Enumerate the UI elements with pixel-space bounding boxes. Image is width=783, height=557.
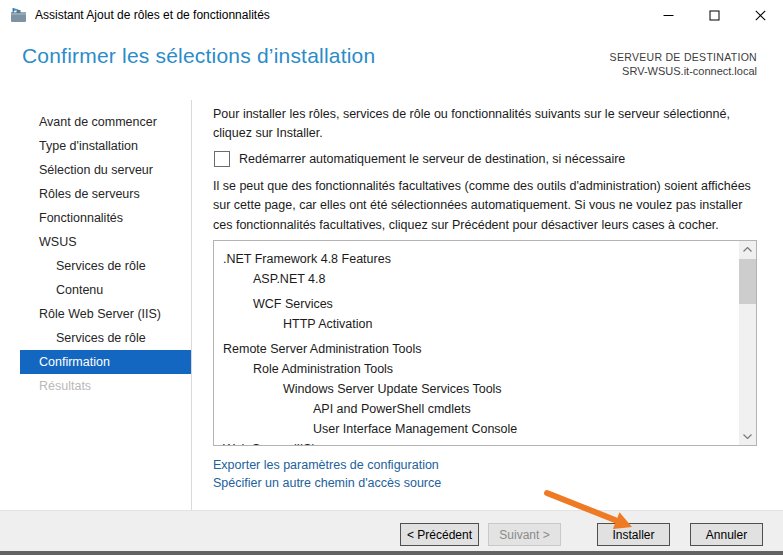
sidebar-item-r-sultats: Résultats bbox=[20, 374, 191, 398]
main-content: Pour installer les rôles, services de rô… bbox=[213, 100, 757, 510]
footer-bar: < PrécédentSuivant >InstallerAnnuler bbox=[0, 510, 783, 553]
sidebar-item-s-lection-du-serveur[interactable]: Sélection du serveur bbox=[20, 158, 191, 182]
feature-item-api-and-powershell-cmdlets: API and PowerShell cmdlets bbox=[214, 399, 739, 419]
scroll-down-button[interactable] bbox=[739, 428, 756, 445]
feature-item-user-interface-management-console: User Interface Management Console bbox=[214, 419, 739, 439]
pr-c-dent-button[interactable]: < Précédent bbox=[400, 523, 479, 546]
sidebar-nav: Avant de commencerType d'installationSél… bbox=[0, 100, 192, 510]
chevron-down-icon bbox=[743, 434, 752, 439]
feature-item-http-activation: HTTP Activation bbox=[214, 314, 739, 334]
wizard-window: Assistant Ajout de rôles et de fonctionn… bbox=[0, 0, 783, 557]
minimize-icon bbox=[663, 10, 674, 21]
listbox-scrollbar[interactable] bbox=[739, 241, 756, 445]
sidebar-item-avant-de-commencer[interactable]: Avant de commencer bbox=[20, 110, 191, 134]
link-sp-cifier-un-autre-chemin-d-acc-s-source[interactable]: Spécifier un autre chemin d'accès source bbox=[213, 474, 441, 492]
feature-item-web-server-iis: Web Server (IIS) bbox=[214, 439, 739, 445]
sidebar-item-fonctionnalit-s[interactable]: Fonctionnalités bbox=[20, 206, 191, 230]
server-manager-icon bbox=[10, 8, 27, 23]
link-exporter-les-param-tres-de-configuration[interactable]: Exporter les paramètres de configuration bbox=[213, 456, 441, 474]
close-icon bbox=[755, 10, 766, 21]
selected-features-listbox[interactable]: .NET Framework 4.8 FeaturesASP.NET 4.8WC… bbox=[213, 240, 757, 446]
sidebar-item-type-d-installation[interactable]: Type d'installation bbox=[20, 134, 191, 158]
sidebar-item-services-de-r-le[interactable]: Services de rôle bbox=[20, 326, 191, 350]
window-title: Assistant Ajout de rôles et de fonctionn… bbox=[35, 8, 270, 22]
sidebar-item-services-de-r-le[interactable]: Services de rôle bbox=[20, 254, 191, 278]
restart-checkbox-row: Redémarrer automatiquement le serveur de… bbox=[214, 151, 625, 167]
destination-server-label: SERVEUR DE DESTINATION bbox=[610, 50, 757, 64]
window-titlebar[interactable]: Assistant Ajout de rôles et de fonctionn… bbox=[0, 0, 783, 30]
chevron-up-icon bbox=[743, 247, 752, 252]
sidebar-item-wsus[interactable]: WSUS bbox=[20, 230, 191, 254]
maximize-icon bbox=[709, 10, 720, 21]
feature-item-remote-server-administration-tools: Remote Server Administration Tools bbox=[214, 339, 739, 359]
suivant-button: Suivant > bbox=[488, 523, 561, 546]
sidebar-item-r-les-de-serveurs[interactable]: Rôles de serveurs bbox=[20, 182, 191, 206]
sidebar-item-r-le-web-server-iis[interactable]: Rôle Web Server (IIS) bbox=[20, 302, 191, 326]
features-list: .NET Framework 4.8 FeaturesASP.NET 4.8WC… bbox=[214, 241, 739, 445]
footer-buttons: < PrécédentSuivant >InstallerAnnuler bbox=[400, 523, 763, 546]
scrollbar-thumb[interactable] bbox=[739, 259, 756, 304]
optional-features-note: Il se peut que des fonctionnalités facul… bbox=[213, 177, 757, 235]
minimize-button[interactable] bbox=[645, 0, 691, 30]
feature-item-role-administration-tools: Role Administration Tools bbox=[214, 359, 739, 379]
links: Exporter les paramètres de configuration… bbox=[213, 456, 441, 492]
sidebar-item-confirmation[interactable]: Confirmation bbox=[20, 350, 191, 374]
restart-checkbox-label: Redémarrer automatiquement le serveur de… bbox=[239, 152, 625, 166]
feature-item-windows-server-update-services-tools: Windows Server Update Services Tools bbox=[214, 379, 739, 399]
scroll-up-button[interactable] bbox=[739, 241, 756, 258]
destination-server-name: SRV-WSUS.it-connect.local bbox=[610, 64, 757, 78]
sidebar-item-contenu[interactable]: Contenu bbox=[20, 278, 191, 302]
maximize-button[interactable] bbox=[691, 0, 737, 30]
destination-server-block: SERVEUR DE DESTINATION SRV-WSUS.it-conne… bbox=[610, 50, 757, 78]
intro-text: Pour installer les rôles, services de rô… bbox=[213, 105, 753, 143]
feature-item-wcf-services: WCF Services bbox=[214, 294, 739, 314]
feature-item-net-framework-4-8-features: .NET Framework 4.8 Features bbox=[214, 249, 739, 269]
window-bottom-edge bbox=[0, 551, 783, 555]
window-controls bbox=[645, 0, 783, 30]
restart-checkbox[interactable] bbox=[214, 151, 230, 167]
installer-button[interactable]: Installer bbox=[597, 523, 670, 546]
annuler-button[interactable]: Annuler bbox=[690, 523, 763, 546]
close-button[interactable] bbox=[737, 0, 783, 30]
feature-item-asp-net-4-8: ASP.NET 4.8 bbox=[214, 269, 739, 289]
page-title: Confirmer les sélections d’installation bbox=[22, 44, 375, 68]
